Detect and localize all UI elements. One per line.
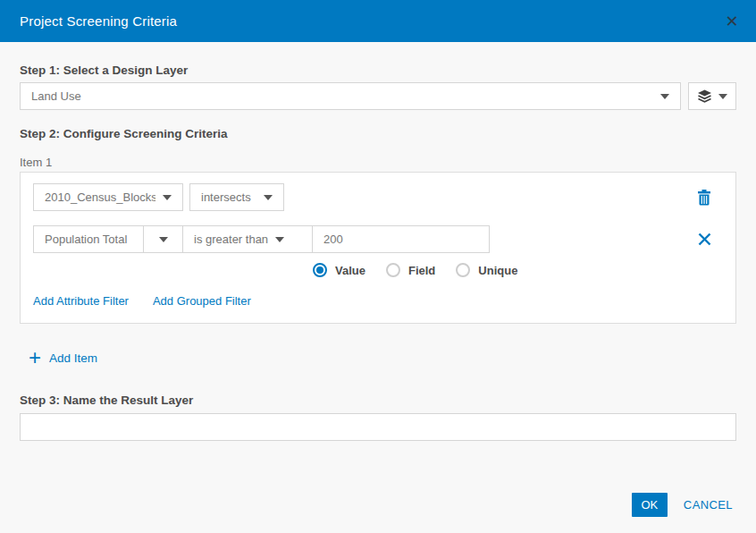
radio-option-unique[interactable]: Unique xyxy=(456,263,517,277)
radio-label: Field xyxy=(408,264,435,277)
step1-label: Step 1: Select a Design Layer xyxy=(20,63,736,77)
condition-select[interactable]: is greater than xyxy=(183,226,313,252)
add-grouped-filter-link[interactable]: Add Grouped Filter xyxy=(153,294,251,308)
layers-icon xyxy=(697,89,712,104)
chevron-down-icon xyxy=(264,195,273,200)
step2-label: Step 2: Configure Screening Criteria xyxy=(20,127,736,140)
close-icon[interactable]: ✕ xyxy=(722,12,742,31)
design-layer-row: Land Use xyxy=(20,82,736,110)
ok-button[interactable]: OK xyxy=(632,493,668,517)
item-label: Item 1 xyxy=(20,156,736,169)
attribute-filter-row: Population Total is greater than xyxy=(33,225,723,253)
radio-selected-icon[interactable] xyxy=(313,263,327,277)
x-icon xyxy=(698,233,711,246)
add-item-row[interactable]: + Add Item xyxy=(20,350,736,366)
radio-unselected-icon[interactable] xyxy=(386,263,400,277)
chevron-down-icon xyxy=(660,94,669,99)
condition-select-value: is greater than xyxy=(194,233,268,246)
step3-label: Step 3: Name the Result Layer xyxy=(20,393,736,407)
dialog-footer: OK CANCEL xyxy=(632,493,733,517)
dialog-header: Project Screening Criteria ✕ xyxy=(0,0,756,42)
chevron-down-icon xyxy=(718,94,727,99)
project-screening-dialog: Project Screening Criteria ✕ Step 1: Sel… xyxy=(0,0,756,533)
dialog-title: Project Screening Criteria xyxy=(20,13,722,29)
chevron-down-icon xyxy=(163,195,172,200)
design-layer-select-value: Land Use xyxy=(21,89,653,103)
screening-layer-select[interactable]: 2010_Census_Blocks xyxy=(33,183,183,211)
cancel-button[interactable]: CANCEL xyxy=(684,498,733,512)
radio-label: Value xyxy=(335,264,365,277)
radio-unselected-icon[interactable] xyxy=(456,263,470,277)
delete-item-button[interactable] xyxy=(696,189,712,207)
dialog-content: Step 1: Select a Design Layer Land Use S… xyxy=(0,63,756,441)
screening-layer-select-value: 2010_Census_Blocks xyxy=(34,190,155,204)
design-layer-select[interactable]: Land Use xyxy=(20,82,681,110)
field-select-caret[interactable] xyxy=(144,226,183,252)
trash-icon xyxy=(697,190,711,206)
spatial-operator-select[interactable]: intersects xyxy=(189,183,284,211)
add-attribute-filter-link[interactable]: Add Attribute Filter xyxy=(33,294,129,308)
radio-option-value[interactable]: Value xyxy=(313,263,365,277)
add-item-link[interactable]: Add Item xyxy=(49,351,97,365)
filter-value-cell xyxy=(313,226,489,252)
field-select-value: Population Total xyxy=(45,233,127,246)
chevron-down-icon xyxy=(275,237,284,242)
radio-option-field[interactable]: Field xyxy=(386,263,435,277)
criteria-item-box: 2010_Census_Blocks intersects xyxy=(20,172,736,324)
screening-layer-row: 2010_Census_Blocks intersects xyxy=(33,183,723,211)
chevron-down-icon xyxy=(159,237,168,242)
attribute-filter-control: Population Total is greater than xyxy=(33,225,490,253)
filter-value-input[interactable] xyxy=(313,226,489,252)
layer-list-button[interactable] xyxy=(688,82,736,110)
value-type-radio-group: Value Field Unique xyxy=(313,263,723,277)
remove-filter-button[interactable] xyxy=(696,232,712,248)
result-layer-name-input[interactable] xyxy=(20,413,736,441)
plus-icon: + xyxy=(29,350,41,366)
field-select[interactable]: Population Total xyxy=(34,226,144,252)
radio-label: Unique xyxy=(478,264,517,277)
filter-links-row: Add Attribute Filter Add Grouped Filter xyxy=(33,294,723,308)
spatial-operator-select-value: intersects xyxy=(190,190,256,204)
